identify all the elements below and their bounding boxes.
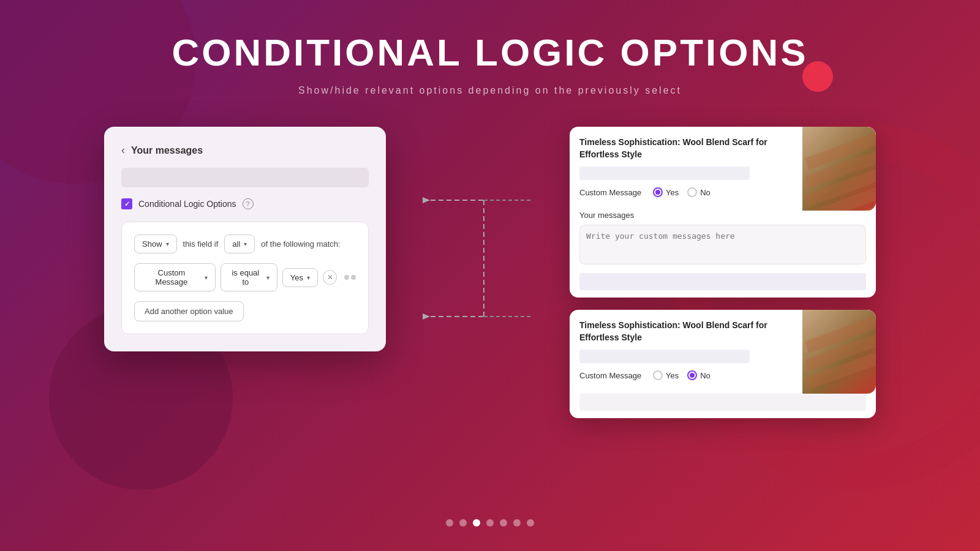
all-dropdown[interactable]: all ▾	[224, 234, 255, 253]
page-title: CONDITIONAL LOGIC OPTIONS	[172, 31, 808, 74]
radio-no-label-bottom: No	[700, 371, 710, 380]
radio-yes-dot-bottom	[653, 370, 663, 380]
condition-row-2: Custom Message ▾ is equal to ▾ Yes ▾ ✕	[134, 263, 356, 291]
dot-1[interactable]	[446, 519, 453, 527]
remove-condition-button[interactable]: ✕	[323, 270, 337, 285]
radio-group-bottom: Yes No	[653, 370, 710, 380]
help-icon[interactable]: ?	[243, 198, 254, 209]
is-equal-to-dropdown[interactable]: is equal to ▾	[221, 263, 277, 291]
dot-7[interactable]	[527, 519, 534, 527]
dot-6[interactable]	[513, 519, 521, 527]
radio-yes-item[interactable]: Yes	[653, 187, 679, 197]
custom-msg-row-top: Custom Message Yes No	[579, 187, 793, 197]
chevron-down-icon-5: ▾	[307, 274, 310, 281]
product-info-bottom: Timeless Sophistication: Wool Blend Scar…	[570, 310, 802, 394]
product-card-yes: Timeless Sophistication: Wool Blend Scar…	[570, 127, 876, 298]
radio-no-item[interactable]: No	[687, 187, 710, 197]
connector-dot	[344, 275, 349, 280]
radio-no-label: No	[700, 188, 710, 197]
chevron-down-icon-3: ▾	[205, 274, 208, 281]
radio-yes-dot	[653, 187, 663, 197]
connector-area	[423, 127, 533, 372]
card-header: ‹ Your messages	[121, 144, 369, 157]
card-input-placeholder-bar	[121, 168, 369, 187]
dot-3-active[interactable]	[473, 519, 480, 527]
left-config-card: ‹ Your messages Conditional Logic Option…	[104, 127, 386, 351]
custom-message-dropdown[interactable]: Custom Message ▾	[134, 263, 216, 291]
product-price-bar-bottom	[579, 350, 750, 363]
main-layout: ‹ Your messages Conditional Logic Option…	[61, 127, 919, 418]
custom-msg-label-bottom: Custom Message	[579, 371, 647, 380]
messages-textarea[interactable]	[579, 225, 866, 264]
product-card-top: Timeless Sophistication: Wool Blend Scar…	[570, 127, 876, 211]
product-bottom-bar-bottom	[579, 394, 866, 411]
checkbox-label: Conditional Logic Options	[138, 199, 236, 209]
chevron-down-icon-4: ▾	[266, 274, 270, 281]
radio-no-item-bottom[interactable]: No	[687, 370, 710, 380]
product-title-top: Timeless Sophistication: Wool Blend Scar…	[579, 137, 793, 160]
svg-marker-6	[423, 313, 430, 320]
connector-dot	[351, 275, 356, 280]
chevron-down-icon: ▾	[166, 241, 169, 247]
of-following-match-label: of the following match:	[261, 239, 340, 249]
yes-dropdown[interactable]: Yes ▾	[282, 268, 318, 287]
dot-4[interactable]	[486, 519, 494, 527]
right-cards-container: Timeless Sophistication: Wool Blend Scar…	[570, 127, 876, 418]
radio-yes-label: Yes	[666, 188, 679, 197]
radio-no-dot-bottom	[687, 370, 697, 380]
product-image-top	[802, 127, 876, 211]
connector-svg	[423, 127, 533, 372]
conditional-logic-checkbox[interactable]	[121, 198, 132, 209]
show-dropdown[interactable]: Show ▾	[134, 234, 177, 253]
checkbox-row: Conditional Logic Options ?	[121, 198, 369, 209]
back-arrow-icon[interactable]: ‹	[121, 144, 125, 157]
your-messages-label: Your messages	[579, 211, 866, 220]
page-subtitle: Show/hide relevant options depending on …	[298, 85, 682, 96]
custom-msg-row-bottom: Custom Message Yes No	[579, 370, 793, 380]
custom-msg-label-top: Custom Message	[579, 188, 647, 197]
product-bottom-bar-top	[579, 273, 866, 290]
condition-row-1: Show ▾ this field if all ▾ of the follow…	[134, 234, 356, 253]
scarf-texture-bottom	[802, 310, 876, 394]
product-image-bottom	[802, 310, 876, 394]
card-title: Your messages	[131, 145, 203, 156]
radio-yes-label-bottom: Yes	[666, 371, 679, 380]
conditions-box: Show ▾ this field if all ▾ of the follow…	[121, 222, 369, 334]
your-messages-section: Your messages	[570, 211, 876, 273]
carousel-dots	[446, 519, 534, 527]
svg-marker-5	[423, 197, 430, 203]
radio-no-dot	[687, 187, 697, 197]
product-info-top: Timeless Sophistication: Wool Blend Scar…	[570, 127, 802, 211]
radio-group-top: Yes No	[653, 187, 710, 197]
product-title-bottom: Timeless Sophistication: Wool Blend Scar…	[579, 320, 793, 343]
product-card-no: Timeless Sophistication: Wool Blend Scar…	[570, 310, 876, 418]
scarf-texture	[802, 127, 876, 211]
add-option-button[interactable]: Add another option value	[134, 301, 244, 321]
product-price-bar-top	[579, 167, 750, 180]
dot-2[interactable]	[459, 519, 467, 527]
dot-5[interactable]	[500, 519, 507, 527]
product-card-bottom-top: Timeless Sophistication: Wool Blend Scar…	[570, 310, 876, 394]
this-field-if-label: this field if	[183, 239, 219, 249]
radio-yes-item-bottom[interactable]: Yes	[653, 370, 679, 380]
chevron-down-icon-2: ▾	[244, 241, 247, 247]
